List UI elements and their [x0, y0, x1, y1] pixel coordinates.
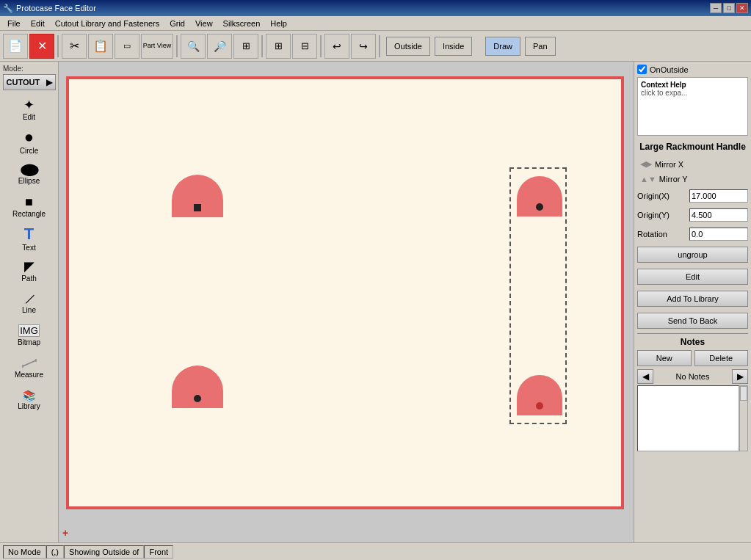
canvas[interactable]: [66, 76, 624, 509]
tool-library[interactable]: 📚 Library: [4, 384, 54, 416]
send-to-back-button[interactable]: Send To Back: [637, 313, 748, 329]
new-icon: 📄: [8, 40, 23, 52]
delete-button[interactable]: ✕: [29, 34, 54, 59]
copy-button[interactable]: 📋: [88, 34, 113, 59]
redo-button[interactable]: ↪: [351, 34, 376, 59]
menu-file[interactable]: File: [3, 18, 25, 29]
outside-button[interactable]: Outside: [386, 37, 430, 56]
mirror-y-button[interactable]: ▲▼ Mirror Y: [637, 173, 748, 185]
canvas-area[interactable]: +: [59, 62, 634, 542]
title-bar-controls[interactable]: ─ □ ✕: [710, 3, 748, 13]
origin-y-row: Origin(Y): [637, 208, 748, 222]
component-title: Large Rackmount Handle: [637, 142, 748, 152]
menu-cutout[interactable]: Cutout Library and Fasteners: [51, 18, 164, 29]
menu-view[interactable]: View: [191, 18, 217, 29]
close-button[interactable]: ✕: [736, 3, 748, 13]
origin-y-input[interactable]: [689, 208, 748, 222]
tool-rectangle[interactable]: ■ Rectangle: [4, 190, 54, 222]
context-help-text: click to expa...: [641, 89, 744, 97]
cut-icon: ✂: [70, 40, 79, 52]
tool-circle[interactable]: ● Circle: [4, 126, 54, 158]
rotation-input[interactable]: [689, 228, 748, 241]
prev-note-button[interactable]: ◀: [637, 369, 653, 384]
draw-button[interactable]: Draw: [485, 37, 520, 56]
path-tool-label: Path: [21, 274, 37, 283]
bitmap-tool-label: Bitmap: [18, 338, 40, 346]
delete-icon: ✕: [37, 40, 47, 52]
delete-note-button[interactable]: Delete: [694, 350, 749, 366]
on-outside-checkbox[interactable]: [637, 65, 647, 74]
menu-edit[interactable]: Edit: [26, 18, 49, 29]
ungroup-button[interactable]: ungroup: [637, 247, 748, 263]
rotation-row: Rotation: [637, 228, 748, 241]
size-button[interactable]: ⊟: [292, 34, 317, 59]
tool-text[interactable]: T Text: [4, 222, 54, 255]
redo-icon: ↪: [359, 41, 368, 51]
notes-section: Notes New Delete ◀ No Notes ▶: [637, 333, 748, 451]
mirror-x-label: Mirror X: [655, 160, 683, 169]
tool-bitmap[interactable]: IMG Bitmap: [4, 319, 54, 352]
part-view-button[interactable]: Part View: [141, 34, 173, 59]
paste-button[interactable]: ▭: [115, 34, 139, 59]
next-note-button[interactable]: ▶: [732, 369, 748, 384]
zoom-fit-icon: ⊞: [242, 41, 250, 51]
path-tool-icon: ◤: [24, 260, 35, 273]
app-icon: 🔧: [3, 4, 13, 13]
tool-path[interactable]: ◤ Path: [4, 255, 54, 287]
library-tool-label: Library: [18, 402, 40, 410]
cut-button[interactable]: ✂: [62, 34, 87, 59]
mirror-y-arrow-icon: ▲▼: [640, 175, 656, 183]
notes-textarea[interactable]: [637, 385, 739, 451]
handle-bottom-right[interactable]: [517, 375, 562, 415]
tool-edit[interactable]: ✦ Edit: [4, 93, 54, 126]
rectangle-tool-icon: ■: [25, 195, 33, 208]
toolbar-separator-2: [176, 35, 178, 57]
notes-scrollbar[interactable]: [739, 385, 748, 451]
edit-button[interactable]: Edit: [637, 269, 748, 285]
new-button[interactable]: 📄: [3, 34, 28, 59]
menu-help[interactable]: Help: [266, 18, 291, 29]
tool-line[interactable]: — Line: [4, 287, 54, 319]
measure-tool-label: Measure: [15, 371, 43, 379]
tool-ellipse[interactable]: ⬤ Ellipse: [4, 158, 54, 190]
mode-selector[interactable]: CUTOUT ▶: [3, 74, 56, 90]
grid-button[interactable]: ⊞: [266, 34, 291, 59]
library-tool-icon: 📚: [23, 390, 35, 401]
notes-btn-row: New Delete: [637, 350, 748, 366]
circle-tool-label: Circle: [20, 147, 39, 155]
origin-y-label: Origin(Y): [637, 211, 670, 219]
handle-top-right[interactable]: [517, 176, 562, 217]
menu-silkscreen[interactable]: Silkscreen: [219, 18, 265, 29]
maximize-button[interactable]: □: [723, 3, 735, 13]
menu-grid[interactable]: Grid: [165, 18, 189, 29]
zoom-out-button[interactable]: 🔎: [207, 34, 232, 59]
new-note-button[interactable]: New: [637, 350, 692, 366]
minimize-button[interactable]: ─: [710, 3, 722, 13]
handle-dot-tl: [194, 204, 201, 211]
handle-top-left[interactable]: [172, 175, 223, 217]
mirror-x-button[interactable]: ◀▶ Mirror X: [637, 158, 748, 170]
ellipse-tool-icon: ⬤: [19, 164, 39, 175]
on-outside-label: OnOutside: [650, 65, 689, 74]
zoom-in-button[interactable]: 🔍: [181, 34, 206, 59]
origin-x-row: Origin(X): [637, 189, 748, 203]
selection-group[interactable]: [509, 167, 567, 424]
tool-measure[interactable]: Measure: [4, 352, 54, 384]
canvas-coords: +: [62, 527, 68, 539]
app-title: Protocase Face Editor: [16, 4, 96, 12]
notes-title: Notes: [637, 337, 748, 347]
pan-button[interactable]: Pan: [525, 37, 556, 56]
copy-icon: 📋: [93, 40, 108, 52]
handle-dot-br: [536, 402, 543, 410]
edit-tool-icon: ✦: [23, 98, 35, 112]
handle-dot-tr: [536, 203, 543, 211]
undo-button[interactable]: ↩: [324, 34, 349, 59]
text-tool-label: Text: [22, 244, 35, 252]
handle-bottom-left[interactable]: [172, 366, 223, 408]
no-notes-label: No Notes: [655, 372, 730, 381]
origin-x-input[interactable]: [689, 189, 748, 203]
zoom-fit-button[interactable]: ⊞: [233, 34, 258, 59]
context-help-panel[interactable]: Context Help click to expa...: [637, 77, 748, 136]
inside-button[interactable]: Inside: [435, 37, 472, 56]
add-to-library-button[interactable]: Add To Library: [637, 291, 748, 307]
